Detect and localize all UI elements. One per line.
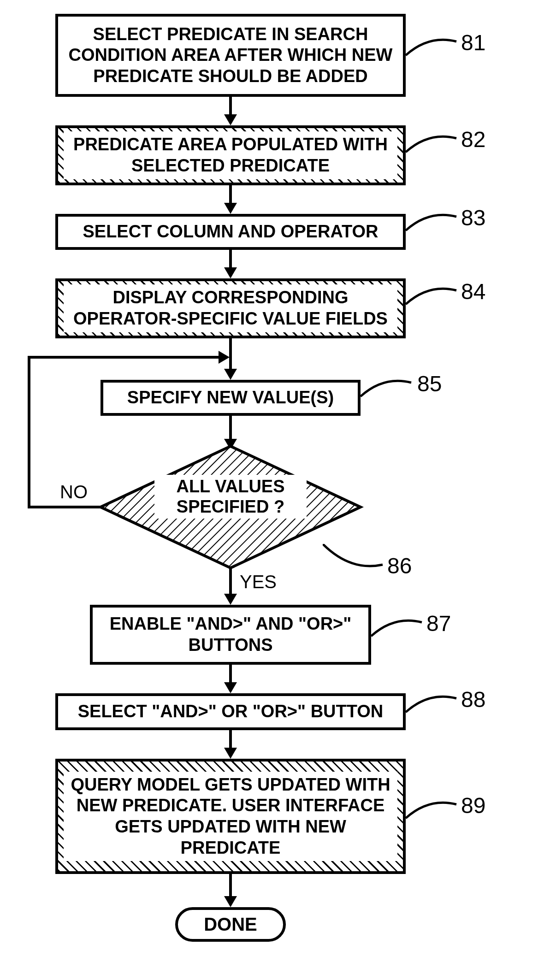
step-89-text: QUERY MODEL GETS UPDATED WITH NEW PREDIC… <box>71 775 390 857</box>
arrow-86-87-head <box>224 594 237 605</box>
arrow-87-88-head <box>224 682 237 693</box>
arrow-84-85-head <box>224 369 237 380</box>
step-88-box: SELECT "AND>" OR "OR>" BUTTON <box>55 693 406 730</box>
step-87-text: ENABLE "AND>" AND "OR>" BUTTONS <box>98 614 363 655</box>
leader-88 <box>406 694 461 721</box>
leader-84 <box>406 286 461 313</box>
arrow-89-done-head <box>224 896 237 907</box>
ref-87: 87 <box>426 611 451 636</box>
arrow-81-82-head <box>224 114 237 125</box>
flowchart: SELECT PREDICATE IN SEARCH CONDITION ARE… <box>0 0 550 980</box>
ref-85: 85 <box>417 371 442 396</box>
ref-84: 84 <box>461 279 485 304</box>
arrow-86-87-line <box>229 568 232 595</box>
leader-86 <box>323 544 387 576</box>
arrow-85-86-line <box>229 416 232 440</box>
arrow-83-84-head <box>224 267 237 278</box>
decision-86-text: ALL VALUES SPECIFIED ? <box>154 475 307 519</box>
step-88-text: SELECT "AND>" OR "OR>" BUTTON <box>78 701 384 722</box>
ref-88: 88 <box>461 687 485 712</box>
leader-83 <box>406 212 461 240</box>
step-84-box: DISPLAY CORRESPONDING OPERATOR-SPECIFIC … <box>55 278 406 338</box>
step-84-text: DISPLAY CORRESPONDING OPERATOR-SPECIFIC … <box>73 288 388 328</box>
step-82-text: PREDICATE AREA POPULATED WITH SELECTED P… <box>73 135 388 175</box>
leader-82 <box>406 134 461 161</box>
ref-86: 86 <box>387 553 412 579</box>
step-85-text: SPECIFY NEW VALUE(S) <box>127 387 334 408</box>
no-arrow-head <box>219 351 230 364</box>
leader-87 <box>371 618 426 645</box>
arrow-81-82-line <box>229 97 232 115</box>
step-89-box: QUERY MODEL GETS UPDATED WITH NEW PREDIC… <box>55 759 406 874</box>
arrow-82-83-line <box>229 185 232 204</box>
step-81-box: SELECT PREDICATE IN SEARCH CONDITION ARE… <box>55 14 406 97</box>
ref-82: 82 <box>461 127 485 152</box>
step-85-box: SPECIFY NEW VALUE(S) <box>101 380 361 416</box>
ref-89: 89 <box>461 793 485 818</box>
step-83-text: SELECT COLUMN AND OPERATOR <box>83 221 378 242</box>
decision-86-no-label: NO <box>60 482 88 502</box>
step-82-box: PREDICATE AREA POPULATED WITH SELECTED P… <box>55 125 406 185</box>
leader-85 <box>361 378 416 406</box>
step-81-text: SELECT PREDICATE IN SEARCH CONDITION ARE… <box>64 24 397 87</box>
arrow-87-88-line <box>229 665 232 683</box>
no-line-v <box>28 356 30 508</box>
no-line-h1 <box>28 506 101 508</box>
terminal-done: DONE <box>175 907 286 942</box>
step-83-box: SELECT COLUMN AND OPERATOR <box>55 214 406 250</box>
leader-89 <box>406 800 461 827</box>
arrow-83-84-line <box>229 250 232 268</box>
ref-83: 83 <box>461 205 485 230</box>
arrow-88-89-line <box>229 730 232 749</box>
terminal-done-text: DONE <box>204 914 257 935</box>
arrow-88-89-head <box>224 748 237 759</box>
decision-86-yes-label: YES <box>240 572 277 592</box>
no-line-h2 <box>28 356 219 359</box>
arrow-82-83-head <box>224 203 237 214</box>
leader-81 <box>406 37 461 65</box>
ref-81: 81 <box>461 30 485 55</box>
arrow-89-done-line <box>229 874 232 897</box>
step-87-box: ENABLE "AND>" AND "OR>" BUTTONS <box>90 605 371 665</box>
